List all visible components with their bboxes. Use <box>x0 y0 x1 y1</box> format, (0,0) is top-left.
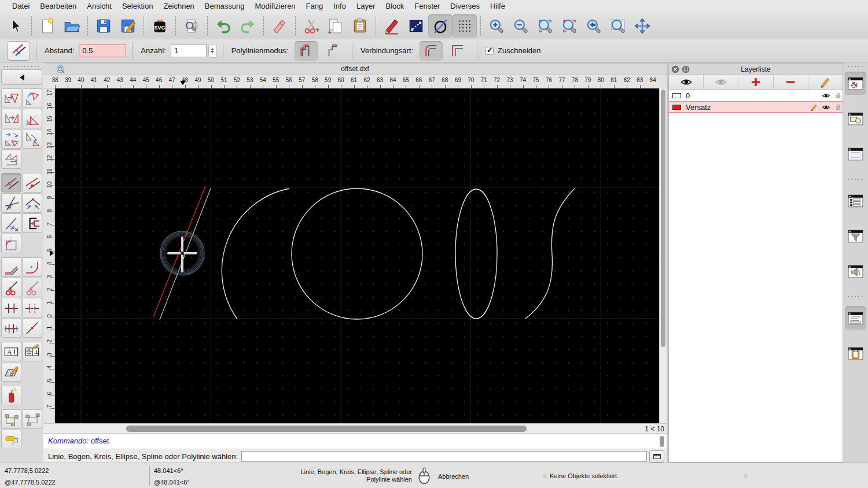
modify-flip-button[interactable] <box>22 129 42 149</box>
layer-row-0[interactable]: 0 <box>669 90 843 101</box>
anzahl-input[interactable] <box>171 45 207 57</box>
connection-round-button[interactable] <box>420 41 443 61</box>
modify-rotate-button[interactable] <box>22 88 42 108</box>
menu-item-datei[interactable]: Datei <box>7 0 35 13</box>
modify-offset-button[interactable] <box>1 173 21 193</box>
selection-filter-panel-button[interactable] <box>845 224 866 247</box>
vertical-scrollbar-thumb[interactable] <box>661 90 665 347</box>
lock-icon[interactable] <box>830 91 839 100</box>
command-input[interactable] <box>241 451 647 462</box>
modify-break-segment-button[interactable] <box>22 298 42 317</box>
history-scrollbar-thumb[interactable] <box>660 436 664 447</box>
menu-item-modifizieren[interactable]: Modifizieren <box>250 0 301 13</box>
edit-layer-button[interactable] <box>808 75 843 89</box>
connection-sharp-button[interactable] <box>446 41 469 61</box>
offset-tool-button[interactable] <box>428 14 453 38</box>
paste-button[interactable] <box>348 14 372 38</box>
zoom-window-button[interactable] <box>606 14 630 38</box>
dock-drag-handle[interactable] <box>847 65 865 68</box>
modify-bevel-button[interactable] <box>1 257 21 277</box>
menu-item-info[interactable]: Info <box>328 0 351 13</box>
hide-layer-button[interactable] <box>704 75 738 89</box>
paint-roller-button[interactable] <box>1 430 21 449</box>
menu-item-fang[interactable]: Fang <box>301 0 329 13</box>
horizontal-scrollbar-thumb[interactable] <box>126 426 527 432</box>
menu-item-zeichnen[interactable]: Zeichnen <box>158 0 199 13</box>
modify-break-gap-button[interactable] <box>1 318 21 338</box>
draw-pen-button[interactable] <box>380 14 404 38</box>
drawing-canvas[interactable] <box>55 88 659 423</box>
eye-icon[interactable] <box>818 91 827 100</box>
modify-move-button[interactable] <box>1 88 21 108</box>
pan-button[interactable] <box>630 14 654 38</box>
modify-edit-hatch-button[interactable] <box>1 362 21 382</box>
eye-icon[interactable] <box>818 103 827 112</box>
polyline-mode-offset-button[interactable] <box>295 41 318 61</box>
open-file-button[interactable] <box>60 14 84 38</box>
block-list-panel-button[interactable] <box>845 107 866 130</box>
modify-fillet-button[interactable] <box>22 257 42 277</box>
menu-item-selektion[interactable]: Selektion <box>117 0 158 13</box>
modify-cut-faded-button[interactable] <box>22 278 42 297</box>
svg-export-button[interactable]: SVG <box>148 14 172 38</box>
modify-divide-button[interactable] <box>1 298 21 317</box>
zoom-in-button[interactable] <box>484 14 509 38</box>
trim-checkbox-wrap[interactable]: Zuschneiden <box>486 46 540 55</box>
library-browser-panel-button[interactable] <box>845 260 866 283</box>
order-to-back-button[interactable] <box>22 409 42 429</box>
modify-mirror-button[interactable] <box>1 109 21 128</box>
view-list-panel-button[interactable] <box>845 189 866 212</box>
modify-explode-button[interactable] <box>1 386 21 405</box>
zoom-auto-button[interactable] <box>533 14 557 38</box>
save-button[interactable] <box>91 14 116 38</box>
layer-row-versatz[interactable]: Versatz <box>669 101 843 113</box>
modify-split-button[interactable] <box>22 318 42 338</box>
polyline-mode-segment-button[interactable] <box>321 41 344 61</box>
layer-list-panel-button[interactable] <box>845 72 866 95</box>
circle-entity[interactable] <box>292 188 422 319</box>
abstand-input[interactable] <box>79 45 126 57</box>
zoom-previous-button[interactable] <box>582 14 606 38</box>
command-panel-toggle-button[interactable] <box>649 450 664 463</box>
menu-item-fenster[interactable]: Fenster <box>409 0 445 13</box>
save-as-button[interactable] <box>116 14 140 38</box>
stepper-down-icon[interactable] <box>211 51 214 53</box>
order-to-front-button[interactable] <box>1 409 21 429</box>
cut-button[interactable] <box>299 14 323 38</box>
menu-item-ansicht[interactable]: Ansicht <box>82 0 117 13</box>
selection-arrow-button[interactable] <box>3 14 28 38</box>
palette-drag-handle[interactable] <box>2 65 41 68</box>
add-layer-button[interactable] <box>738 75 773 89</box>
lock-icon[interactable] <box>830 103 839 112</box>
new-file-button[interactable] <box>35 14 60 38</box>
modify-cut-button[interactable] <box>1 278 21 297</box>
offset-tool-button[interactable] <box>7 41 30 61</box>
print-preview-button[interactable] <box>179 14 204 38</box>
remove-layer-button[interactable] <box>774 75 808 89</box>
property-editor-panel-button[interactable] <box>845 142 866 165</box>
menu-item-bemassung[interactable]: Bemassung <box>200 0 250 13</box>
vertical-scrollbar[interactable] <box>659 88 667 423</box>
menu-item-diverses[interactable]: Diverses <box>445 0 485 13</box>
modify-edit-text-button[interactable]: A <box>1 342 21 361</box>
command-line-panel-button[interactable] <box>845 306 866 330</box>
spline-entity[interactable] <box>525 188 575 319</box>
trim-checkbox[interactable] <box>486 47 494 55</box>
anzahl-stepper[interactable] <box>208 44 217 58</box>
zoom-selection-button[interactable] <box>557 14 582 38</box>
horizontal-scrollbar[interactable]: 1 < 10 <box>43 423 667 434</box>
modify-move-rotate-button[interactable] <box>1 129 21 149</box>
stepper-up-icon[interactable] <box>211 48 214 50</box>
pencil-icon[interactable] <box>806 103 815 112</box>
eraser-button[interactable] <box>267 14 292 38</box>
modify-clip-button[interactable] <box>22 213 42 233</box>
copy-button[interactable] <box>323 14 348 38</box>
modify-trim-button[interactable] <box>1 193 21 213</box>
modify-trim-both-button[interactable] <box>22 193 42 213</box>
palette-back-button[interactable] <box>1 69 42 85</box>
menu-item-bearbeiten[interactable]: Bearbeiten <box>35 0 82 13</box>
modify-transform-button[interactable] <box>1 149 21 169</box>
offset-preview-line[interactable] <box>153 186 205 317</box>
menu-item-layer[interactable]: Layer <box>351 0 381 13</box>
modify-lengthen-button[interactable] <box>1 213 21 233</box>
